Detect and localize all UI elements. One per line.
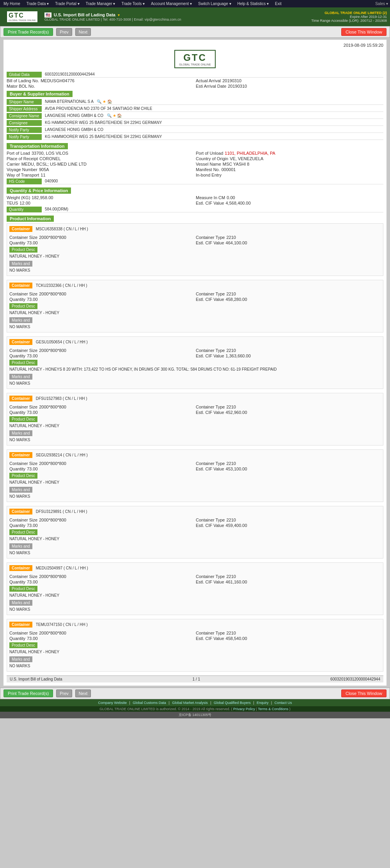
search-icon-2[interactable]: 🔍: [107, 113, 112, 118]
product-info-section: Product Information Container MSCU635833…: [7, 216, 383, 672]
quantity-value-3: 73.00: [27, 354, 38, 358]
port-load-label: Port of Load: [7, 151, 30, 156]
close-button-top[interactable]: Close This Window: [341, 28, 386, 36]
icp-bar: 京ICP备 14011305号: [0, 712, 390, 718]
place-receipt-value: CORONEL: [39, 156, 60, 161]
privacy-link[interactable]: Privacy Policy: [233, 707, 255, 711]
search-icon[interactable]: 🔍: [97, 99, 101, 104]
footer-link-company[interactable]: Company Website: [98, 701, 127, 705]
marks-text-2: NO MARKS: [9, 324, 381, 330]
buyer-supplier-title: Buyer & Supplier Information: [7, 91, 73, 97]
shipper-address-row: Shipper Address AVDA PROVIDENCIA NO 2370…: [7, 106, 383, 112]
container-size-label-3: Container Size: [9, 348, 37, 353]
consignee-name-value: LANGNESE HONIG GMBH & CO 🔍 ★ 🏠: [43, 113, 383, 119]
product-desc-label-6: Product Desc: [9, 529, 37, 535]
print-button-bottom[interactable]: Print Trade Record(s): [4, 689, 53, 697]
next-button-bottom[interactable]: Next: [75, 689, 91, 697]
consignee-icons: 🔍 ★ 🏠: [107, 113, 122, 118]
close-button-bottom[interactable]: Close This Window: [341, 689, 386, 697]
est-cif-value-1: 464,100.00: [226, 240, 247, 245]
marks-text-4: NO MARKS: [9, 437, 381, 443]
expire-info: Expire After 2019-12-31: [311, 15, 387, 19]
product-desc-label-1: Product Desc: [9, 247, 37, 253]
weight-measure-row: Weight (KG) 182,958.00 Measure In CM 0.0…: [7, 195, 383, 200]
marks-text-1: NO MARKS: [9, 267, 381, 273]
port-unload-value: 1101, PHILADELPHIA, PA: [225, 151, 275, 156]
prev-button-top[interactable]: Prev: [56, 28, 72, 36]
star-icon-2[interactable]: ★: [113, 113, 116, 118]
quantity-total-value: 584.00(DRM): [43, 206, 383, 212]
star-icon[interactable]: ★: [103, 99, 106, 104]
container-size-label-5: Container Size: [9, 461, 37, 466]
nav-helpstatistics[interactable]: Help & Statistics ▾: [236, 1, 271, 7]
port-row: Port of Load 33700, LOS VILOS Port of Un…: [7, 151, 383, 156]
quantity-label-4: Quantity: [9, 410, 25, 415]
footer-link-buyers[interactable]: Global Qualified Buyers: [214, 701, 251, 705]
product-desc-text-1: NATURAL HONEY - HONEY: [9, 253, 381, 259]
container-section-8: Container TEMU3747150 ( CN / L / HH ) Co…: [7, 619, 383, 672]
nav-tradedata[interactable]: Trade Data ▾: [25, 1, 50, 7]
header-contact: GLOBAL TRADE ONLINE LIMITED | Tel: 400-7…: [44, 18, 181, 21]
nav-trademanager[interactable]: Trade Manager ▾: [84, 1, 117, 7]
container-size-value-1: 2000*800*800: [39, 235, 66, 240]
container-type-value-7: 2210: [226, 574, 236, 579]
nav-myhome[interactable]: My Home: [2, 1, 22, 7]
doc-logo-subtext: GLOBAL TRADE ONLINE: [179, 63, 211, 66]
nav-tradetools[interactable]: Trade Tools ▾: [120, 1, 146, 7]
carrier-vessel-row: Carrier MEDU, BCSL; US-MED LINE LTD Vess…: [7, 162, 383, 166]
est-cif-label-5: Estl. CIF Value: [196, 467, 224, 471]
nav-accountmanagement[interactable]: Account Management ▾: [149, 1, 193, 7]
weight-label: Weight (KG): [7, 195, 30, 200]
print-button-top[interactable]: Print Trade Record(s): [4, 28, 53, 36]
est-cif-label-7: Estl. CIF Value: [196, 580, 224, 584]
est-cif-label-1: Estl. CIF Value: [196, 240, 224, 245]
est-cif-label-4: Estl. CIF Value: [196, 410, 224, 415]
container-size-label-6: Container Size: [9, 518, 37, 522]
terms-link[interactable]: Terms & Conditions: [258, 707, 288, 711]
nav-links: My Home Trade Data ▾ Trade Portal ▾ Trad…: [2, 1, 283, 7]
home-icon[interactable]: 🏠: [107, 99, 112, 104]
container-type-value-6: 2210: [226, 518, 236, 522]
footer-link-market[interactable]: Global Market Analysis: [172, 701, 208, 705]
timestamp: 2019-08-09 15:59:20: [7, 43, 383, 48]
vessel-name-label: Vessel Name: [196, 162, 221, 166]
buyer-supplier-section: Buyer & Supplier Information Shipper Nam…: [7, 91, 383, 140]
notify-party-value-2: KG HAMMOORER WEG 25 BARGTEHEIDE SH 22941…: [43, 134, 383, 140]
home-icon-2[interactable]: 🏠: [117, 113, 122, 118]
nav-exit[interactable]: Exit: [273, 1, 283, 7]
hs-code-value: 040900: [43, 178, 383, 184]
shipper-name-label: Shipper Name: [7, 99, 42, 105]
container-type-value-3: 2210: [226, 348, 236, 353]
quantity-label-7: Quantity: [9, 580, 25, 584]
top-navigation: My Home Trade Data ▾ Trade Portal ▾ Trad…: [0, 0, 390, 7]
way-transport-value: 11: [41, 173, 45, 177]
global-data-value: 60032019031200000442944: [43, 71, 383, 78]
marks-label-3: Marks and: [9, 374, 32, 380]
nav-tradeportal[interactable]: Trade Portal ▾: [53, 1, 81, 7]
page-footer: U.S. Import Bill of Lading Data 1 / 1 60…: [7, 675, 383, 682]
footer-link-enquiry[interactable]: Enquiry: [257, 701, 269, 705]
next-button-top[interactable]: Next: [75, 28, 91, 36]
teus-label: TEUS: [7, 201, 18, 205]
footer-link-customs[interactable]: Global Customs Data: [133, 701, 166, 705]
container-section-1: Container MSCU6358338 ( CN / L / HH ) Co…: [7, 223, 383, 276]
product-desc-label-3: Product Desc: [9, 360, 37, 366]
nav-switchlanguage[interactable]: Switch Language ▾: [197, 1, 233, 7]
way-inbond-row: Way of Transport 11 In-bond Entry: [7, 173, 383, 177]
marks-label-1: Marks and: [9, 261, 32, 267]
container-type-label-2: Container Type: [196, 292, 225, 296]
site-footer: Company Website | Global Customs Data | …: [0, 699, 390, 706]
est-cif-value-8: 458,540.00: [226, 636, 247, 641]
copyright-bar: GLOBAL TRADE ONLINE LIMITED is authorize…: [0, 706, 390, 712]
container-type-label-3: Container Type: [196, 348, 225, 353]
prev-button-bottom[interactable]: Prev: [56, 689, 72, 697]
container-type-label-7: Container Type: [196, 574, 225, 579]
product-desc-text-7: NATURAL HONEY - HONEY: [9, 592, 381, 598]
container-type-value-4: 2210: [226, 405, 236, 409]
marks-text-5: NO MARKS: [9, 493, 381, 499]
shipper-icons: 🔍 ★ 🏠: [97, 99, 112, 104]
footer-link-contact[interactable]: Contact Us: [275, 701, 292, 705]
global-data-label: Global Data: [7, 72, 42, 78]
container-section-5: Container SEGU2938214 ( CN / L / HH ) Co…: [7, 449, 383, 502]
product-desc-text-4: NATURAL HONEY - HONEY: [9, 423, 381, 429]
